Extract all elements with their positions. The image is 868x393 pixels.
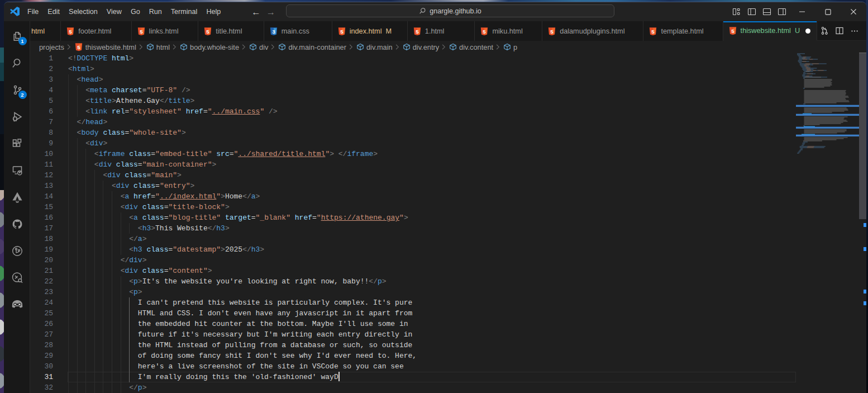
svg-text:5: 5 bbox=[340, 28, 344, 34]
svg-text:5: 5 bbox=[483, 28, 487, 34]
svg-text:3: 3 bbox=[272, 28, 275, 34]
svg-text:5: 5 bbox=[550, 28, 554, 34]
svg-text:5: 5 bbox=[140, 28, 143, 34]
svg-text:5: 5 bbox=[69, 28, 73, 34]
svg-text:5: 5 bbox=[731, 28, 735, 34]
svg-text:5: 5 bbox=[77, 44, 80, 50]
svg-text:5: 5 bbox=[207, 28, 210, 34]
svg-text:5: 5 bbox=[416, 28, 419, 34]
svg-text:5: 5 bbox=[652, 28, 655, 34]
